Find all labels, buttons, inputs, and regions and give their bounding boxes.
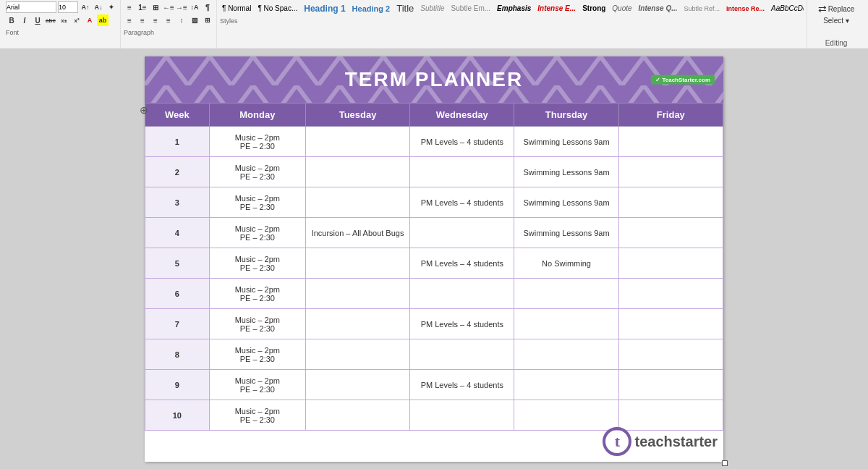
cell-monday-3[interactable]: Music – 2pm PE – 2:30 (209, 187, 305, 218)
style-intenser[interactable]: Intense Re... (724, 1, 767, 16)
increase-indent-btn[interactable]: →≡ (176, 1, 187, 13)
strikethrough-btn[interactable]: abc (45, 14, 56, 26)
cell-week-9[interactable]: 9 (145, 370, 210, 400)
cell-week-6[interactable]: 6 (145, 279, 210, 309)
cell-wednesday-7[interactable]: PM Levels – 4 students (410, 309, 514, 339)
cell-thursday-4[interactable]: Swimming Lessons 9am (514, 218, 618, 248)
cell-tuesday-2[interactable] (305, 157, 409, 187)
style-intenseemphasis[interactable]: Intense E... (535, 1, 578, 16)
style-subtleref[interactable]: Subtle Ref... (682, 1, 723, 16)
bullets-btn[interactable]: ≡ (124, 1, 135, 13)
italic-btn[interactable]: I (19, 14, 30, 26)
cell-wednesday-4[interactable] (410, 218, 514, 248)
numbering-btn[interactable]: 1≡ (137, 1, 148, 13)
underline-btn[interactable]: U (32, 14, 43, 26)
cell-week-10[interactable]: 10 (145, 400, 210, 431)
align-left-btn[interactable]: ≡ (124, 14, 135, 26)
cell-friday-4[interactable] (618, 218, 723, 248)
show-hide-btn[interactable]: ¶ (202, 1, 213, 13)
cell-week-7[interactable]: 7 (145, 309, 210, 339)
cell-wednesday-3[interactable]: PM Levels – 4 students (410, 187, 514, 218)
font-grow-btn[interactable]: A↑ (80, 1, 91, 13)
cell-wednesday-5[interactable]: PM Levels – 4 students (410, 248, 514, 279)
cell-thursday-9[interactable] (514, 370, 618, 400)
cell-friday-5[interactable] (618, 248, 723, 279)
cell-thursday-7[interactable] (514, 309, 618, 339)
cell-friday-8[interactable] (618, 339, 723, 370)
cell-monday-10[interactable]: Music – 2pm PE – 2:30 (209, 400, 305, 431)
cell-monday-7[interactable]: Music – 2pm PE – 2:30 (209, 309, 305, 339)
cell-week-5[interactable]: 5 (145, 248, 210, 279)
superscript-btn[interactable]: x² (71, 14, 82, 26)
borders-btn[interactable]: ⊞ (202, 14, 213, 26)
highlight-btn[interactable]: ab (97, 14, 109, 26)
cell-thursday-1[interactable]: Swimming Lessons 9am (514, 127, 618, 157)
style-quote[interactable]: Quote (610, 1, 634, 16)
subscript-btn[interactable]: x₂ (58, 14, 69, 26)
cell-friday-9[interactable] (618, 370, 723, 400)
clear-format-btn[interactable]: ✦ (106, 1, 117, 13)
cell-thursday-2[interactable]: Swimming Lessons 9am (514, 157, 618, 187)
cell-tuesday-6[interactable] (305, 279, 409, 309)
font-name-input[interactable] (6, 1, 56, 13)
shading-btn[interactable]: ▧ (189, 14, 200, 26)
cell-tuesday-1[interactable] (305, 127, 409, 157)
align-right-btn[interactable]: ≡ (150, 14, 161, 26)
cell-tuesday-9[interactable] (305, 370, 409, 400)
cell-wednesday-6[interactable] (410, 279, 514, 309)
cell-monday-2[interactable]: Music – 2pm PE – 2:30 (209, 157, 305, 187)
cell-week-3[interactable]: 3 (145, 187, 210, 218)
style-subtitle[interactable]: Subtitle (418, 1, 446, 16)
style-intenseq[interactable]: Intense Q... (637, 1, 680, 16)
cell-tuesday-7[interactable] (305, 309, 409, 339)
cell-friday-2[interactable] (618, 157, 723, 187)
decrease-indent-btn[interactable]: ←≡ (163, 1, 174, 13)
cell-wednesday-1[interactable]: PM Levels – 4 students (410, 127, 514, 157)
cell-friday-10[interactable] (618, 400, 723, 431)
style-emphasis[interactable]: Emphasis (495, 1, 533, 16)
cell-wednesday-2[interactable] (410, 157, 514, 187)
cell-monday-4[interactable]: Music – 2pm PE – 2:30 (209, 218, 305, 248)
cell-tuesday-4[interactable]: Incursion – All About Bugs (305, 218, 409, 248)
cell-week-2[interactable]: 2 (145, 157, 210, 187)
cell-wednesday-9[interactable]: PM Levels – 4 students (410, 370, 514, 400)
line-spacing-btn[interactable]: ↕ (176, 14, 187, 26)
style-nospace[interactable]: ¶ No Spac... (255, 1, 299, 16)
style-heading2[interactable]: Heading 2 (350, 1, 393, 16)
cell-tuesday-10[interactable] (305, 400, 409, 431)
cell-wednesday-8[interactable] (410, 339, 514, 370)
style-title[interactable]: Title (394, 1, 416, 16)
cell-thursday-10[interactable] (514, 400, 618, 431)
cell-week-1[interactable]: 1 (145, 127, 210, 157)
cell-week-8[interactable]: 8 (145, 339, 210, 370)
cell-monday-8[interactable]: Music – 2pm PE – 2:30 (209, 339, 305, 370)
resize-handle[interactable] (722, 460, 728, 466)
align-center-btn[interactable]: ≡ (137, 14, 148, 26)
sort-btn[interactable]: ↕A (189, 1, 200, 13)
cell-monday-6[interactable]: Music – 2pm PE – 2:30 (209, 279, 305, 309)
bold-btn[interactable]: B (6, 14, 17, 26)
cell-friday-7[interactable] (618, 309, 723, 339)
style-normal[interactable]: ¶ Normal (220, 1, 253, 16)
style-heading1[interactable]: Heading 1 (302, 1, 347, 16)
font-size-input[interactable] (58, 1, 78, 13)
style-subtleemphasis[interactable]: Subtle Em... (449, 1, 493, 16)
cell-tuesday-5[interactable] (305, 248, 409, 279)
select-btn[interactable]: Select ▾ (820, 16, 852, 25)
cell-monday-1[interactable]: Music – 2pm PE – 2:30 (209, 127, 305, 157)
justify-btn[interactable]: ≡ (163, 14, 174, 26)
cell-tuesday-3[interactable] (305, 187, 409, 218)
multilevel-btn[interactable]: ⊞ (150, 1, 161, 13)
style-strong[interactable]: Strong (580, 1, 608, 16)
cell-friday-6[interactable] (618, 279, 723, 309)
font-shrink-btn[interactable]: A↓ (93, 1, 104, 13)
replace-btn[interactable]: ⇄ Replace (815, 1, 858, 16)
cell-tuesday-8[interactable] (305, 339, 409, 370)
style-booktitle[interactable]: AaBbCcDd (769, 1, 804, 16)
cell-week-4[interactable]: 4 (145, 218, 210, 248)
cell-thursday-8[interactable] (514, 339, 618, 370)
text-color-btn[interactable]: A (84, 14, 95, 26)
cell-friday-3[interactable] (618, 187, 723, 218)
cell-thursday-3[interactable]: Swimming Lessons 9am (514, 187, 618, 218)
cell-wednesday-10[interactable] (410, 400, 514, 431)
